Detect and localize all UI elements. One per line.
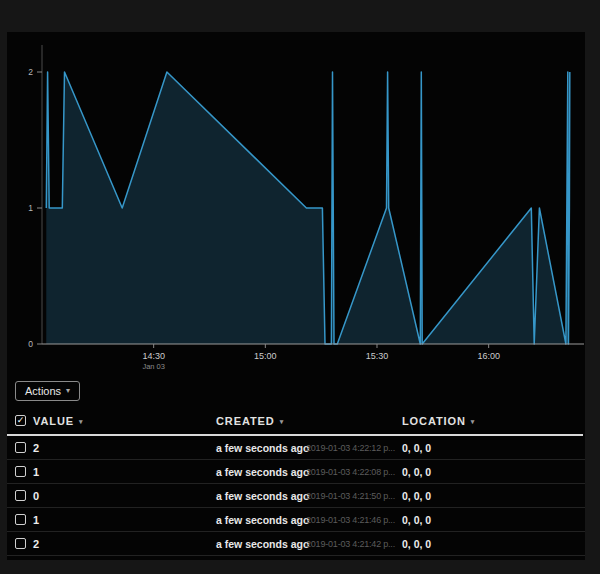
y-tick-label: 2 — [28, 67, 33, 77]
table-row[interactable]: 1 a few seconds ago 2019-01-03 4:22:08 p… — [7, 460, 585, 484]
column-header-value[interactable]: VALUE▾ — [33, 415, 83, 427]
cell-value: 1 — [33, 460, 39, 484]
table-header-row: ✓ VALUE▾ CREATED▾ LOCATION▾ — [7, 412, 585, 434]
y-tick-label: 1 — [28, 203, 33, 213]
cell-value: 0 — [33, 484, 39, 508]
table-row[interactable]: 0 a few seconds ago 2019-01-03 4:21:50 p… — [7, 484, 585, 508]
cell-location: 0, 0, 0 — [402, 532, 431, 556]
sort-caret-icon: ▾ — [471, 418, 475, 425]
row-checkbox[interactable] — [15, 442, 26, 453]
column-header-location-label: LOCATION — [402, 415, 466, 427]
cell-created-timestamp: 2019-01-03 4:21:50 p... — [306, 484, 400, 508]
table-row[interactable]: 1 a few seconds ago 2019-01-03 4:21:46 p… — [7, 508, 585, 532]
table-row[interactable]: 2 a few seconds ago 2019-01-03 4:21:42 p… — [7, 532, 585, 556]
y-tick-label: 0 — [28, 339, 33, 349]
cell-created-timestamp: 2019-01-03 4:22:12 p... — [306, 436, 400, 460]
chevron-down-icon: ▾ — [66, 387, 70, 395]
x-tick-sublabel: Jan 03 — [142, 362, 165, 371]
x-tick-label: 16:00 — [477, 351, 500, 361]
sort-caret-icon: ▾ — [79, 418, 83, 425]
table-row[interactable]: 2 a few seconds ago 2019-01-03 4:22:12 p… — [7, 436, 585, 460]
x-tick-label: 14:30 — [142, 351, 165, 361]
cell-created-relative: a few seconds ago — [216, 484, 309, 508]
column-header-location[interactable]: LOCATION▾ — [402, 415, 475, 427]
cell-created-relative: a few seconds ago — [216, 460, 309, 484]
cell-value: 2 — [33, 436, 39, 460]
row-checkbox[interactable] — [15, 466, 26, 477]
row-checkbox[interactable] — [15, 514, 26, 525]
actions-dropdown-button[interactable]: Actions ▾ — [15, 381, 80, 401]
column-header-value-label: VALUE — [33, 415, 74, 427]
value-time-series-chart[interactable]: 21014:30Jan 0315:0015:3016:00 — [7, 32, 585, 377]
cell-value: 1 — [33, 508, 39, 532]
cell-location: 0, 0, 0 — [402, 436, 431, 460]
x-tick-label: 15:30 — [366, 351, 389, 361]
cell-created-timestamp: 2019-01-03 4:22:08 p... — [306, 460, 400, 484]
cell-created-timestamp: 2019-01-03 4:21:46 p... — [306, 508, 400, 532]
cell-created-relative: a few seconds ago — [216, 508, 309, 532]
actions-label: Actions — [25, 385, 61, 397]
cell-location: 0, 0, 0 — [402, 508, 431, 532]
row-checkbox[interactable] — [15, 490, 26, 501]
sort-caret-icon: ▾ — [280, 418, 284, 425]
column-header-created[interactable]: CREATED▾ — [216, 415, 284, 427]
cell-value: 2 — [33, 532, 39, 556]
row-checkbox[interactable] — [15, 538, 26, 549]
cell-created-relative: a few seconds ago — [216, 532, 309, 556]
cell-created-relative: a few seconds ago — [216, 436, 309, 460]
select-all-checkbox[interactable]: ✓ — [15, 415, 26, 426]
column-header-created-label: CREATED — [216, 415, 275, 427]
content-panel: 21014:30Jan 0315:0015:3016:00 Actions ▾ … — [7, 32, 585, 560]
x-tick-label: 15:00 — [254, 351, 277, 361]
cell-location: 0, 0, 0 — [402, 460, 431, 484]
check-icon: ✓ — [17, 416, 25, 425]
cell-location: 0, 0, 0 — [402, 484, 431, 508]
cell-created-timestamp: 2019-01-03 4:21:42 p... — [306, 532, 400, 556]
